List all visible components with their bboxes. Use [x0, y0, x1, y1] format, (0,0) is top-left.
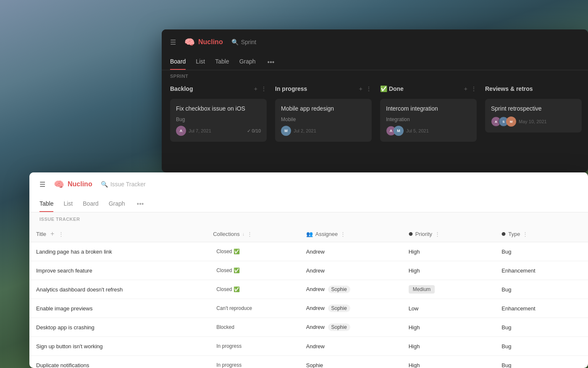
sprint-card-title-2: Mobile app redesign	[281, 105, 366, 112]
assignee-andrew-5: Andrew	[306, 324, 325, 330]
tracker-section-label: ISSUE TRACKER	[29, 212, 588, 226]
col-menu-icon-3[interactable]: ⋮	[471, 85, 477, 92]
col-header-assignee[interactable]: 👥 Assignee ⋮	[299, 226, 402, 242]
type-enhancement-4: Enhancement	[501, 305, 535, 312]
col-header-type[interactable]: ⚫ Type ⋮	[495, 226, 588, 242]
avatar-1: A	[176, 126, 186, 136]
add-card-icon[interactable]: +	[254, 85, 257, 92]
sprint-col-actions-inprogress[interactable]: + ⋮	[359, 85, 372, 92]
title-label: Title	[36, 231, 46, 237]
row-6-title: Sign up button isn't working	[29, 337, 206, 356]
add-card-icon-3[interactable]: +	[464, 85, 467, 92]
tracker-table-container[interactable]: Title + ⋮ Collections ↓ ⋮	[29, 226, 588, 368]
assignee-sophie-3: Sophie	[328, 286, 350, 293]
row-4-collection: Can't reproduce	[206, 299, 299, 318]
sprint-col-title-done: ✅ Done	[380, 85, 404, 92]
row-7-assignee: Sophie	[299, 356, 402, 368]
row-1-type: Bug	[495, 242, 588, 261]
collections-col-actions[interactable]: ⋮	[247, 231, 252, 237]
priority-col-actions[interactable]: ⋮	[435, 231, 440, 237]
sprint-card-footer-1: A Jul 7, 2021 ✓ 0/10	[176, 126, 261, 136]
assignee-andrew-2: Andrew	[306, 267, 325, 274]
row-2-collection-badge: Closed ✅	[213, 266, 243, 275]
sprint-card-1[interactable]: Fix checkbox issue on iOS Bug A Jul 7, 2…	[170, 99, 267, 142]
tab-board[interactable]: Board	[170, 55, 186, 70]
title-col-actions[interactable]: ⋮	[58, 231, 64, 237]
sprint-card-title-3: Intercom integration	[386, 105, 471, 112]
row-5-type: Bug	[495, 318, 588, 337]
table-row[interactable]: Desktop app is crashing Blocked Andrew S…	[29, 318, 588, 337]
hamburger-icon[interactable]: ☰	[170, 38, 176, 46]
type-enhancement-2: Enhancement	[501, 267, 535, 274]
table-row[interactable]: Analytics dashboard doesn't refresh Clos…	[29, 280, 588, 299]
add-column-button[interactable]: +	[49, 230, 56, 238]
sprint-tabs-more[interactable]: •••	[268, 58, 275, 66]
assignee-andrew-4: Andrew	[306, 305, 325, 311]
col-menu-icon[interactable]: ⋮	[261, 85, 267, 92]
sprint-card-4[interactable]: Sprint retrospective A S M May 10, 2021	[485, 99, 582, 132]
tracker-search[interactable]: 🔍 Issue Tracker	[101, 181, 146, 188]
add-card-icon-2[interactable]: +	[359, 85, 362, 92]
table-row[interactable]: Improve search feature Closed ✅ Andrew H…	[29, 261, 588, 280]
sprint-card-date-1: Jul 7, 2021	[189, 128, 211, 133]
row-6-assignee: Andrew	[299, 337, 402, 356]
assignee-col-actions[interactable]: ⋮	[340, 231, 346, 237]
tracker-tab-board[interactable]: Board	[83, 196, 98, 212]
table-row[interactable]: Landing page has a broken link Closed ✅ …	[29, 242, 588, 261]
sprint-col-actions-done[interactable]: + ⋮	[464, 85, 477, 92]
sprint-search[interactable]: 🔍 Sprint	[231, 39, 257, 45]
tracker-search-label: Issue Tracker	[110, 181, 146, 188]
col-header-title[interactable]: Title + ⋮	[29, 226, 206, 242]
tracker-tabs: Table List Board Graph •••	[29, 196, 588, 212]
sprint-col-actions-backlog[interactable]: + ⋮	[254, 85, 267, 92]
row-4-priority: Low	[402, 299, 495, 318]
col-menu-icon-2[interactable]: ⋮	[366, 85, 372, 92]
priority-high-2: High	[409, 267, 420, 274]
tracker-logo-text: Nuclino	[68, 180, 92, 188]
tab-list[interactable]: List	[196, 55, 205, 70]
type-col-actions[interactable]: ⋮	[522, 231, 528, 237]
tracker-tab-graph[interactable]: Graph	[109, 196, 125, 212]
sprint-col-header-done: ✅ Done + ⋮	[380, 82, 477, 95]
collections-label: Collections	[213, 231, 240, 237]
tab-graph[interactable]: Graph	[239, 55, 256, 70]
sprint-card-date-2: Jul 2, 2021	[294, 128, 316, 133]
tracker-hamburger-icon[interactable]: ☰	[39, 180, 45, 188]
row-2-assignee: Andrew	[299, 261, 402, 280]
sprint-card-date-3: Jul 5, 2021	[406, 128, 429, 133]
sprint-col-title-inprogress: In progress	[275, 85, 307, 92]
row-1-priority: High	[402, 242, 495, 261]
tracker-header: ☰ 🧠 Nuclino 🔍 Issue Tracker	[29, 172, 588, 196]
assignee-andrew-1: Andrew	[306, 249, 325, 255]
assignee-sophie-4: Sophie	[328, 304, 350, 312]
assignee-andrew-6: Andrew	[306, 343, 325, 349]
table-row[interactable]: Duplicate notifications In progress Soph…	[29, 356, 588, 368]
tracker-tab-table[interactable]: Table	[39, 196, 53, 212]
table-row[interactable]: Sign up button isn't working In progress…	[29, 337, 588, 356]
type-bug-3: Bug	[501, 286, 511, 293]
sprint-column-reviews: Reviews & retros Sprint retrospective A …	[485, 82, 582, 145]
col-header-collections[interactable]: Collections ↓ ⋮	[206, 226, 299, 242]
priority-label: Priority	[415, 231, 432, 237]
tracker-tab-list[interactable]: List	[63, 196, 73, 212]
sprint-card-3[interactable]: Intercom integration Integration A M Jul…	[380, 99, 477, 142]
assignee-andrew-3: Andrew	[306, 286, 325, 292]
sprint-col-header-inprogress: In progress + ⋮	[275, 82, 372, 95]
sprint-card-tag-1: Bug	[176, 116, 261, 122]
row-2-type: Enhancement	[495, 261, 588, 280]
tab-table[interactable]: Table	[215, 55, 229, 70]
sprint-card-2[interactable]: Mobile app redesign Mobile M Jul 2, 2021	[275, 99, 372, 142]
sprint-section-label: SPRINT	[162, 70, 588, 82]
row-6-collection: In progress	[206, 337, 299, 356]
priority-high-5: High	[409, 324, 420, 331]
collections-sort-icon[interactable]: ↓	[242, 231, 245, 236]
col-header-priority[interactable]: ⚫ Priority ⋮	[402, 226, 495, 242]
tracker-tabs-more[interactable]: •••	[137, 200, 144, 208]
tracker-brain-icon: 🧠	[54, 179, 64, 189]
table-row[interactable]: Enable image previews Can't reproduce An…	[29, 299, 588, 318]
row-3-title: Analytics dashboard doesn't refresh	[29, 280, 206, 299]
type-bug-7: Bug	[501, 362, 511, 368]
row-1-assignee: Andrew	[299, 242, 402, 261]
row-7-priority: High	[402, 356, 495, 368]
row-3-collection-badge: Closed ✅	[213, 285, 243, 294]
